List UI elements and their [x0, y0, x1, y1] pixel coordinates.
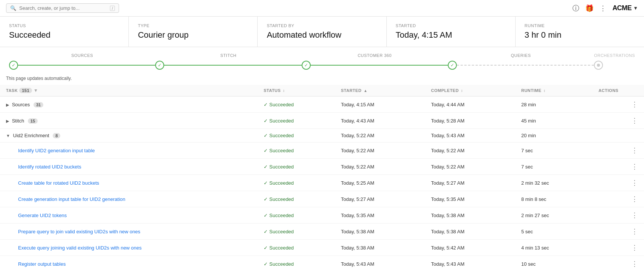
step-label: CUSTOMER 360: [358, 53, 392, 58]
actions-cell: [592, 129, 644, 142]
started-cell: Today, 5:35 AM: [335, 207, 425, 224]
help-icon[interactable]: ⓘ: [572, 4, 579, 13]
runtime-cell: 28 min: [515, 96, 592, 113]
completed-cell: Today, 5:38 AM: [425, 224, 515, 240]
runtime-column-header[interactable]: RUNTIME ↕: [515, 85, 592, 96]
search-input[interactable]: [19, 5, 107, 11]
status-value: ✓Succeeded: [264, 196, 294, 202]
gift-icon[interactable]: 🎁: [585, 4, 594, 12]
started-cell: Today, 5:22 AM: [335, 129, 425, 142]
status-column-header[interactable]: STATUS ↕: [258, 85, 335, 96]
task-link[interactable]: Identify UID2 generation input table: [18, 148, 95, 153]
status-cell: ✓Succeeded: [258, 113, 335, 129]
task-filter-icon[interactable]: ▼: [34, 88, 38, 93]
group-name: Sources: [12, 102, 30, 107]
table-row: Identify rotated UID2 buckets ✓Succeeded…: [0, 159, 644, 175]
table-row: Create table for rotated UID2 buckets ✓S…: [0, 175, 644, 191]
nav-right: ⓘ 🎁 ⋮ ACME ▼: [572, 4, 638, 13]
task-link[interactable]: Execute query joining valid existing UID…: [18, 245, 142, 251]
task-link[interactable]: Generate UID2 tokens: [18, 213, 67, 218]
task-count-badge: 151: [19, 88, 32, 93]
completed-sort-icon: ↕: [461, 89, 463, 93]
task-cell: ▶ Sources 31: [0, 96, 258, 113]
actions-menu-button[interactable]: ⋮: [598, 116, 638, 125]
sort-icon: ↕: [283, 89, 285, 93]
collapse-icon[interactable]: ▼: [6, 133, 10, 138]
task-link[interactable]: Register output tables: [18, 261, 66, 267]
step-circle: ✓: [302, 61, 311, 70]
table-row: Execute query joining valid existing UID…: [0, 240, 644, 256]
runtime-cell: 8 min 8 sec: [515, 191, 592, 207]
step-label: SOURCES: [71, 53, 93, 58]
task-link[interactable]: Create generation input table for UID2 g…: [18, 196, 125, 202]
step-connector: [164, 65, 301, 66]
card-label: STARTED BY: [267, 23, 377, 28]
status-card-runtime: RUNTIME 3 hr 0 min: [516, 17, 644, 47]
pipeline-step-stitch[interactable]: STITCH ✓: [155, 53, 301, 70]
actions-cell: ⋮: [592, 113, 644, 129]
status-value: ✓Succeeded: [264, 213, 294, 218]
group-count-badge: 15: [28, 118, 38, 124]
completed-cell: Today, 5:22 AM: [425, 142, 515, 159]
check-icon: ✓: [450, 63, 454, 68]
pipeline-step-customer-360[interactable]: CUSTOMER 360 ✓: [302, 53, 448, 70]
actions-menu-button[interactable]: ⋮: [598, 211, 638, 219]
search-bar[interactable]: 🔍 /: [6, 3, 119, 13]
started-column-header[interactable]: STARTED ▲: [335, 85, 425, 96]
actions-menu-button[interactable]: ⋮: [598, 162, 638, 171]
search-icon: 🔍: [10, 5, 16, 11]
table-row: Prepare query to join valid existing UID…: [0, 224, 644, 240]
task-link[interactable]: Identify rotated UID2 buckets: [18, 164, 81, 170]
task-link[interactable]: Prepare query to join valid existing UID…: [18, 229, 140, 234]
actions-menu-button[interactable]: ⋮: [598, 100, 638, 109]
runtime-cell: 45 min: [515, 113, 592, 129]
status-value: ✓Succeeded: [264, 164, 294, 170]
more-options-icon[interactable]: ⋮: [600, 4, 606, 12]
pipeline-step-orchestrations[interactable]: ORCHESTRATIONS: [594, 53, 635, 70]
runtime-sort-icon: ↕: [543, 89, 546, 93]
task-link[interactable]: Create table for rotated UID2 buckets: [18, 180, 99, 186]
pipeline-step-sources[interactable]: SOURCES ✓: [9, 53, 155, 70]
status-value: ✓Succeeded: [264, 118, 294, 124]
task-cell: Identify UID2 generation input table: [0, 142, 258, 159]
status-cell: ✓Succeeded: [258, 129, 335, 142]
pipeline-steps: SOURCES ✓ STITCH ✓ CUSTOMER 360 ✓ QUERIE…: [0, 47, 644, 70]
actions-cell: ⋮: [592, 256, 644, 271]
started-cell: Today, 4:15 AM: [335, 96, 425, 113]
actions-menu-button[interactable]: ⋮: [598, 227, 638, 236]
actions-menu-button[interactable]: ⋮: [598, 195, 638, 203]
table-row: Identify UID2 generation input table ✓Su…: [0, 142, 644, 159]
group-name: Uid2 Enrichment: [13, 133, 49, 138]
expand-icon[interactable]: ▶: [6, 103, 9, 107]
actions-menu-button[interactable]: ⋮: [598, 243, 638, 252]
expand-icon[interactable]: ▶: [6, 119, 9, 123]
started-cell: Today, 4:43 AM: [335, 113, 425, 129]
check-icon: ✓: [12, 63, 15, 68]
actions-cell: ⋮: [592, 240, 644, 256]
completed-cell: Today, 5:28 AM: [425, 113, 515, 129]
table-row: ▼ Uid2 Enrichment 8 ✓Succeeded Today, 5:…: [0, 129, 644, 142]
runtime-cell: 5 sec: [515, 224, 592, 240]
actions-cell: ⋮: [592, 96, 644, 113]
step-dot: [597, 64, 600, 67]
card-value: Succeeded: [9, 30, 119, 40]
completed-column-header[interactable]: COMPLETED ↕: [425, 85, 515, 96]
status-cell: ✓Succeeded: [258, 207, 335, 224]
task-cell: Execute query joining valid existing UID…: [0, 240, 258, 256]
status-cards: STATUS Succeeded TYPE Courier group STAR…: [0, 17, 644, 47]
actions-menu-button[interactable]: ⋮: [598, 179, 638, 187]
actions-menu-button[interactable]: ⋮: [598, 146, 638, 155]
step-circle: ✓: [9, 61, 18, 70]
table-row: Generate UID2 tokens ✓Succeeded Today, 5…: [0, 207, 644, 224]
pipeline-step-queries[interactable]: QUERIES ✓: [448, 53, 594, 70]
app-name-label: ACME: [612, 4, 632, 12]
card-label: RUNTIME: [525, 23, 635, 28]
completed-cell: Today, 4:44 AM: [425, 96, 515, 113]
actions-menu-button[interactable]: ⋮: [598, 260, 638, 268]
status-cell: ✓Succeeded: [258, 159, 335, 175]
table-row: ▶ Sources 31 ✓Succeeded Today, 4:15 AM T…: [0, 96, 644, 113]
task-column-header[interactable]: TASK 151 ▼: [0, 85, 258, 96]
actions-cell: ⋮: [592, 142, 644, 159]
card-label: STATUS: [9, 23, 119, 28]
app-name-button[interactable]: ACME ▼: [612, 4, 638, 12]
